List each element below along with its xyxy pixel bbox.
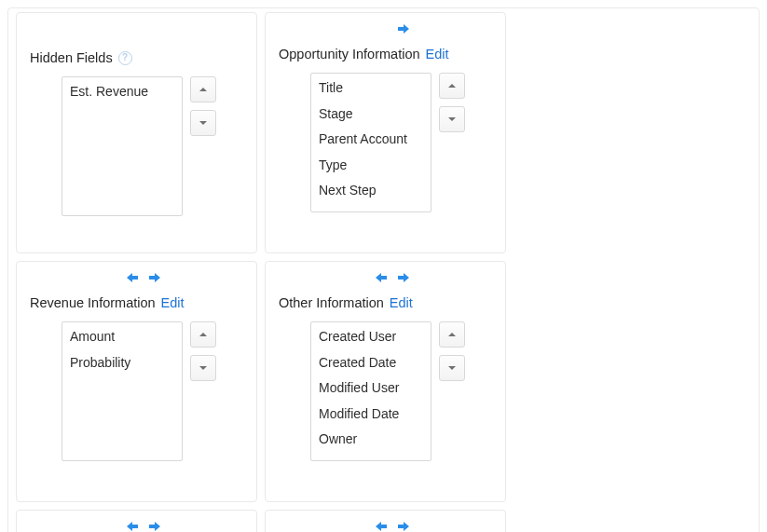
list-item[interactable]: Probability [62, 350, 182, 376]
list-item[interactable]: Created Date [311, 350, 431, 376]
move-arrows [279, 269, 492, 286]
reorder-buttons [190, 76, 216, 216]
move-up-button[interactable] [439, 73, 465, 99]
move-left-icon[interactable] [362, 520, 375, 532]
card-other: Other InformationEditCreated UserCreated… [265, 261, 506, 502]
list-item[interactable]: Title [311, 75, 431, 102]
card-hidden: Hidden Fields?Est. Revenue [16, 12, 257, 253]
section-body: AmountProbability [30, 321, 243, 461]
section-body: TitleStageParent AccountTypeNext Step [279, 73, 492, 212]
section-header: Hidden Fields? [30, 50, 243, 65]
list-item[interactable]: Parent Account [311, 127, 431, 153]
move-arrows [279, 20, 492, 37]
list-item[interactable]: Stage [311, 102, 431, 128]
layout-panel: Hidden Fields?Est. RevenueOpportunity In… [7, 7, 760, 532]
card-additional1: Additional Information 1Edit [265, 510, 506, 532]
field-listbox[interactable]: TitleStageParent AccountTypeNext Step [310, 73, 431, 212]
list-item[interactable]: Modified User [311, 375, 431, 402]
move-up-button[interactable] [190, 76, 216, 102]
card-opportunity: Opportunity InformationEditTitleStagePar… [265, 12, 506, 253]
card-revenue: Revenue InformationEditAmountProbability [16, 261, 257, 502]
list-item[interactable]: Amount [62, 324, 182, 350]
section-title: Other Information [279, 295, 384, 310]
section-body: Created UserCreated DateModified UserMod… [279, 321, 492, 461]
move-right-icon[interactable] [397, 22, 410, 35]
reorder-buttons [439, 73, 465, 212]
section-header: Revenue InformationEdit [30, 295, 243, 310]
reorder-buttons [190, 321, 216, 461]
move-down-button[interactable] [439, 106, 465, 132]
help-icon[interactable]: ? [118, 51, 132, 65]
move-left-icon[interactable] [113, 271, 126, 284]
section-body: Est. Revenue [30, 76, 243, 216]
move-right-icon[interactable] [397, 520, 410, 532]
section-title: Opportunity Information [279, 47, 420, 61]
list-item[interactable]: Est. Revenue [62, 79, 182, 105]
move-arrows [279, 518, 492, 532]
section-title: Revenue Information [30, 295, 156, 310]
move-up-button[interactable] [439, 321, 465, 348]
field-listbox[interactable]: AmountProbability [62, 321, 183, 461]
move-up-button[interactable] [190, 321, 216, 348]
move-right-icon[interactable] [148, 520, 161, 532]
move-right-icon[interactable] [397, 271, 410, 284]
list-item[interactable]: Next Step [311, 178, 431, 204]
move-down-button[interactable] [190, 355, 216, 381]
section-header: Other InformationEdit [279, 295, 492, 310]
section-title: Hidden Fields [30, 50, 113, 65]
list-item[interactable]: Modified Date [311, 402, 431, 428]
move-arrows [30, 518, 243, 532]
field-listbox[interactable]: Est. Revenue [62, 76, 183, 216]
list-item[interactable]: Created User [311, 324, 431, 350]
edit-link[interactable]: Edit [161, 295, 185, 310]
field-listbox[interactable]: Created UserCreated DateModified UserMod… [310, 321, 431, 461]
move-down-button[interactable] [190, 110, 216, 136]
card-additional: Additional InformationEdit [16, 510, 257, 532]
move-down-button[interactable] [439, 355, 465, 381]
edit-link[interactable]: Edit [390, 295, 413, 310]
move-left-icon[interactable] [113, 520, 126, 532]
section-header: Opportunity InformationEdit [279, 47, 492, 61]
move-right-icon[interactable] [148, 271, 161, 284]
cards-grid: Hidden Fields?Est. RevenueOpportunity In… [16, 12, 751, 532]
move-left-icon[interactable] [362, 271, 375, 284]
edit-link[interactable]: Edit [426, 47, 449, 61]
move-arrows [30, 269, 243, 286]
list-item[interactable]: Owner [311, 427, 431, 453]
list-item[interactable]: Type [311, 153, 431, 179]
reorder-buttons [439, 321, 465, 461]
